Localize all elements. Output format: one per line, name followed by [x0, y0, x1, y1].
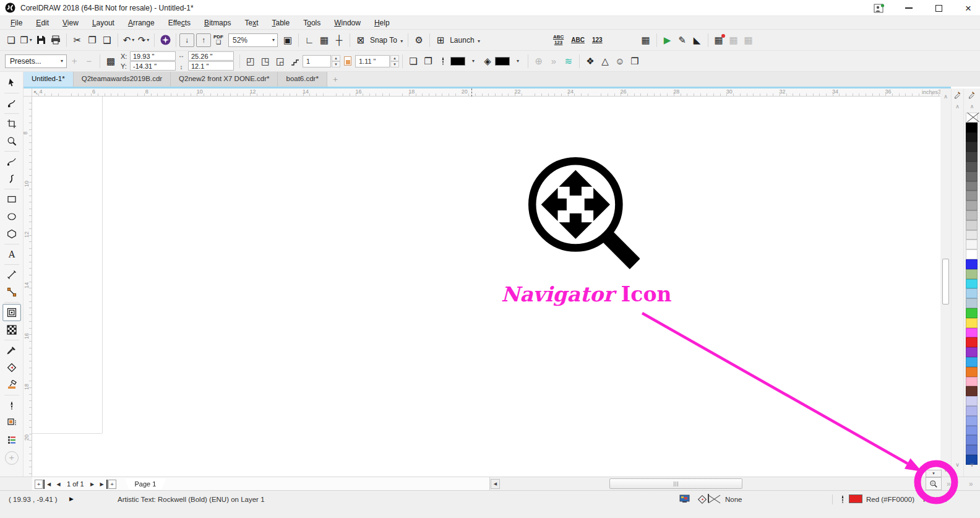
scroll-down-icon[interactable]: ∨	[943, 467, 948, 473]
color-swatch[interactable]	[966, 230, 978, 240]
object-origin-button[interactable]: ▩	[103, 53, 118, 69]
fullscreen-preview-button[interactable]: ▣	[280, 32, 295, 48]
height-input[interactable]: 12.1 "	[188, 61, 234, 71]
brush-stroke-icon[interactable]: ≋	[561, 53, 576, 69]
no-color-swatch[interactable]	[966, 113, 978, 123]
ellipse-tool[interactable]	[2, 208, 21, 225]
paste-button[interactable]: ❑	[100, 32, 114, 48]
y-position-input[interactable]: -14.31 "	[130, 61, 176, 71]
menu-item-help[interactable]: Help	[368, 17, 397, 28]
color-swatch[interactable]	[966, 171, 978, 181]
outline-color-dropdown[interactable]: ▾	[465, 53, 480, 69]
color-swatch[interactable]	[966, 259, 978, 269]
open-button[interactable]: ❒▾	[19, 32, 33, 48]
color-swatch[interactable]	[966, 347, 978, 357]
fill-color-dropdown[interactable]: ▾	[510, 53, 525, 69]
menu-item-window[interactable]: Window	[327, 17, 368, 28]
color-swatch[interactable]	[966, 445, 978, 455]
smart-fill-tool[interactable]	[2, 359, 21, 376]
color-swatch[interactable]	[966, 426, 978, 436]
add-preset-button[interactable]: ＋	[67, 53, 82, 69]
x-position-input[interactable]: 19.93 "	[130, 51, 176, 61]
scale-factor-button[interactable]: ◰	[243, 53, 258, 69]
snap-off-button[interactable]: ⊠	[353, 32, 368, 48]
polygon-tool[interactable]	[2, 225, 21, 243]
color-swatch[interactable]	[966, 406, 978, 416]
eyedropper-icon[interactable]	[969, 91, 976, 101]
calendar-wizard-button[interactable]: ▦	[711, 32, 726, 48]
page-tab[interactable]: Page 1	[125, 478, 166, 490]
menu-item-view[interactable]: View	[56, 17, 85, 28]
menu-item-arrange[interactable]: Arrange	[121, 17, 161, 28]
menu-item-bitmaps[interactable]: Bitmaps	[197, 17, 238, 28]
add-page-after-button[interactable]: ＋	[108, 480, 116, 489]
copy-button[interactable]: ❐	[85, 32, 100, 48]
fill-color-swatch[interactable]	[495, 57, 510, 66]
color-swatch[interactable]	[966, 367, 978, 377]
remove-preset-button[interactable]: −	[82, 53, 97, 69]
edit-script-button[interactable]: ✎	[675, 32, 690, 48]
color-swatch[interactable]	[966, 220, 978, 230]
mirror-vertical-button[interactable]: ◲	[273, 53, 288, 69]
distortion-button[interactable]: ❖	[583, 53, 598, 69]
add-effect-button[interactable]: ⊕	[531, 53, 546, 69]
color-swatch[interactable]	[966, 201, 978, 210]
document-tab[interactable]: Q2teamawards2019B.cdr	[74, 72, 171, 87]
contour-offset-spinner[interactable]: ▲▼	[390, 55, 399, 67]
horizontal-ruler[interactable]: ↖ 468101214161820222426283032343638 inch…	[32, 88, 940, 97]
color-swatch[interactable]	[966, 328, 978, 338]
corner-style-alt-button[interactable]: ❐	[421, 53, 436, 69]
color-swatch[interactable]	[966, 396, 978, 406]
color-swatch[interactable]	[966, 162, 978, 171]
first-page-button[interactable]: ◀	[43, 480, 53, 489]
connector-tool[interactable]	[2, 283, 21, 301]
dimension-tool[interactable]	[2, 266, 21, 283]
document-properties-button[interactable]: ❒	[627, 53, 642, 69]
import-button[interactable]: ↓	[179, 33, 194, 47]
run-macro-button[interactable]: ▶	[660, 32, 675, 48]
zoom-level-select[interactable]: 52% ▾	[228, 33, 278, 47]
smile-shape-button[interactable]: ☺	[612, 53, 627, 69]
vertical-scrollbar-thumb[interactable]	[942, 259, 949, 304]
color-swatch[interactable]	[966, 249, 978, 259]
color-swatch[interactable]	[966, 132, 978, 142]
envelope-button[interactable]: △	[598, 53, 612, 69]
minimize-button[interactable]	[901, 2, 917, 14]
smart-drawing-tool[interactable]	[2, 170, 21, 188]
color-docker-tool[interactable]	[2, 414, 21, 431]
crop-tool[interactable]	[2, 115, 21, 132]
redo-button[interactable]: ↷▾	[136, 32, 151, 48]
menu-item-tools[interactable]: Tools	[296, 17, 327, 28]
zoom-tool[interactable]	[2, 132, 21, 150]
color-swatch[interactable]	[966, 269, 978, 279]
vertical-scrollbar[interactable]: ∧ ∨	[940, 88, 951, 477]
color-eyedropper-tool[interactable]	[2, 342, 21, 359]
navigator-button[interactable]	[926, 477, 942, 490]
corner-style-button[interactable]: ❏	[406, 53, 421, 69]
undo-button[interactable]: ↶▾	[121, 32, 136, 48]
save-button[interactable]	[33, 32, 48, 48]
palette-flyout-icon[interactable]: »	[969, 480, 973, 488]
menu-item-layout[interactable]: Layout	[85, 17, 121, 28]
color-swatch[interactable]	[966, 152, 978, 162]
color-swatch[interactable]	[966, 377, 978, 387]
document-tab[interactable]: Untitled-1*	[24, 72, 74, 87]
outline-color-swatch[interactable]	[849, 494, 862, 503]
more-options-chevron[interactable]: »	[546, 53, 561, 69]
contour-steps-spinner[interactable]: ▲▼	[332, 55, 340, 67]
measure-button[interactable]: ◣	[690, 32, 705, 48]
color-swatch[interactable]	[966, 435, 978, 445]
color-swatch[interactable]	[966, 318, 978, 328]
search-content-button[interactable]	[158, 32, 173, 48]
color-swatch[interactable]	[966, 288, 978, 298]
flyout-arrow-icon[interactable]: ▸	[918, 481, 921, 486]
close-button[interactable]: ×	[960, 2, 976, 14]
outline-color-swatch[interactable]	[450, 57, 465, 66]
rectangle-tool[interactable]	[2, 191, 21, 208]
launch-dropdown[interactable]: Launch ▾	[450, 36, 480, 45]
cut-button[interactable]: ✂	[70, 32, 85, 48]
next-page-button[interactable]: ▶	[88, 480, 97, 489]
color-proof-icon[interactable]	[679, 494, 690, 504]
spell-assist-button[interactable]: ABC123	[553, 35, 564, 46]
fill-tool[interactable]	[2, 376, 21, 394]
